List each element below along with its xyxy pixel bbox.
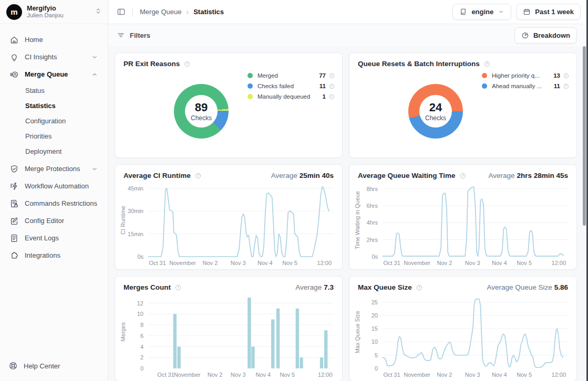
chevron-up-icon: [91, 71, 98, 78]
sidebar-item-integrations[interactable]: Integrations: [5, 247, 102, 264]
card-title: Max Queue Size: [358, 283, 412, 291]
card-title: Merges Count: [123, 283, 171, 291]
chevron-down-icon: [91, 165, 98, 173]
x-tick-label: 12:00: [552, 372, 566, 378]
chart-legend: Higher priority q...13Ahead manually ...…: [482, 70, 569, 91]
card-average-ci-runtime: Average CI Runtime ? Average25min 40s CI…: [115, 164, 343, 270]
y-tick-label: 4: [140, 344, 143, 350]
sidebar-item-merge-queue[interactable]: Merge Queue: [5, 66, 102, 83]
legend-item[interactable]: Higher priority q...13: [482, 70, 569, 81]
sidebar-subitem-deployment[interactable]: Deployment: [5, 144, 102, 159]
donut-chart[interactable]: 89 Checks: [174, 84, 229, 139]
sidebar-item-config-editor[interactable]: Config Editor: [5, 212, 102, 229]
card-title: PR Exit Reasons: [123, 60, 180, 68]
help-icon[interactable]: ?: [483, 60, 491, 68]
y-tick-label: 0s: [137, 253, 143, 260]
sidebar-subitem-priorities[interactable]: Priorities: [5, 129, 102, 144]
filter-icon: [117, 31, 125, 39]
y-tick-label: 15min: [128, 231, 143, 237]
line-chart[interactable]: [383, 295, 568, 368]
sidebar: m Mergifyio Julien Danjou Home CI Insigh…: [0, 0, 108, 381]
help-icon[interactable]: ?: [174, 284, 182, 291]
date-range-button[interactable]: Past 1 week: [516, 4, 581, 20]
x-tick-label: 12:00: [317, 260, 332, 266]
repository-name: engine: [471, 8, 493, 16]
chevron-down-icon: [91, 54, 98, 61]
y-tick-label: 25: [372, 299, 378, 305]
y-axis-title: CI Runtime: [119, 184, 126, 267]
sidebar-item-merge-protections[interactable]: Merge Protections: [5, 160, 102, 177]
breadcrumb-statistics: Statistics: [193, 8, 224, 16]
breadcrumb-merge-queue[interactable]: Merge Queue: [140, 8, 182, 16]
scrollbar-thumb[interactable]: [583, 46, 586, 226]
topbar-divider: [132, 7, 133, 17]
y-tick-label: 10: [137, 311, 143, 317]
repository-select[interactable]: engine: [452, 4, 511, 20]
x-tick-label: November: [404, 372, 430, 378]
clock-icon: [563, 83, 569, 89]
shield-check-icon: [9, 164, 19, 174]
sidebar-subitem-statistics[interactable]: Statistics: [5, 98, 102, 113]
org-switcher[interactable]: m Mergifyio Julien Danjou: [0, 0, 108, 24]
merge-queue-icon: [9, 70, 19, 79]
help-icon[interactable]: ?: [416, 284, 423, 291]
main-content: PR Exit Reasons ? 89 Checks Merged77Chec…: [108, 46, 588, 381]
sidebar-item-workflow-automation[interactable]: Workflow Automation: [5, 177, 102, 195]
filters-label: Filters: [130, 31, 150, 39]
legend-item[interactable]: Merged77: [247, 70, 335, 81]
sidebar-subitem-configuration[interactable]: Configuration: [5, 113, 102, 129]
legend-item[interactable]: Ahead manually ...11: [482, 81, 569, 91]
x-tick-label: 12:00: [318, 372, 333, 378]
sidebar-item-commands-restrictions[interactable]: Commands Restrictions: [5, 195, 102, 212]
help-icon[interactable]: ?: [194, 172, 202, 179]
legend-label: Manually dequeued: [257, 93, 316, 100]
bar-chart[interactable]: [148, 295, 334, 368]
x-tick-label: Oct 31: [157, 372, 174, 378]
breakdown-button[interactable]: Breakdown: [514, 27, 577, 44]
y-tick-label: 2: [140, 354, 143, 361]
line-chart[interactable]: [148, 184, 334, 257]
svg-text:?: ?: [187, 62, 189, 66]
sidebar-item-event-logs[interactable]: Event Logs: [5, 229, 102, 247]
card-title: Queue Resets & Batch Interruptions: [358, 60, 480, 68]
svg-text:?: ?: [177, 285, 179, 289]
x-axis-ticks: Oct 31NovemberNov 2Nov 3Nov 4Nov 512:00: [148, 368, 334, 379]
sidebar-subitem-status[interactable]: Status: [5, 83, 102, 98]
line-chart[interactable]: [383, 184, 568, 257]
x-tick-label: 12:00: [552, 260, 566, 266]
legend-item[interactable]: Manually dequeued1: [247, 91, 335, 102]
sidebar-toggle-button[interactable]: [117, 7, 126, 16]
average-value: Average2hrs 28min 45s: [488, 172, 568, 179]
lightbulb-icon: [9, 52, 19, 62]
x-tick-label: Nov 2: [437, 372, 452, 378]
legend-value: 1: [316, 93, 326, 100]
x-tick-label: Nov 3: [231, 372, 246, 378]
y-tick-label: 45min: [128, 185, 143, 192]
legend-value: 77: [316, 72, 326, 79]
y-tick-label: 2hrs: [367, 237, 378, 243]
sidebar-item-home[interactable]: Home: [5, 31, 102, 48]
y-tick-label: 30min: [128, 208, 143, 214]
help-icon[interactable]: ?: [459, 172, 467, 179]
y-tick-label: 0: [140, 365, 143, 372]
pie-chart-icon: [521, 31, 529, 39]
x-tick-label: Nov 4: [492, 260, 507, 266]
sidebar-item-ci-insights[interactable]: CI Insights: [5, 48, 102, 66]
help-center-link[interactable]: Help Center: [8, 361, 60, 371]
donut-chart[interactable]: 24 Checks: [408, 84, 463, 139]
home-icon: [9, 35, 19, 45]
y-tick-label: 5: [375, 352, 378, 358]
help-icon[interactable]: ?: [183, 60, 191, 68]
svg-text:?: ?: [486, 62, 488, 66]
filters-button[interactable]: Filters: [117, 31, 150, 39]
sidebar-item-label: CI Insights: [25, 53, 85, 61]
workflow-bolt-icon: [9, 182, 19, 191]
legend-item[interactable]: Checks failed11: [247, 81, 335, 91]
donut-total: 89: [195, 101, 208, 114]
y-tick-label: 8hrs: [367, 186, 378, 192]
legend-label: Ahead manually ...: [492, 83, 551, 89]
card-title: Average Queue Waiting Time: [358, 172, 456, 179]
chevron-down-icon: [498, 8, 504, 15]
sidebar-item-label: Commands Restrictions: [25, 199, 98, 207]
legend-color-dot: [247, 73, 253, 78]
